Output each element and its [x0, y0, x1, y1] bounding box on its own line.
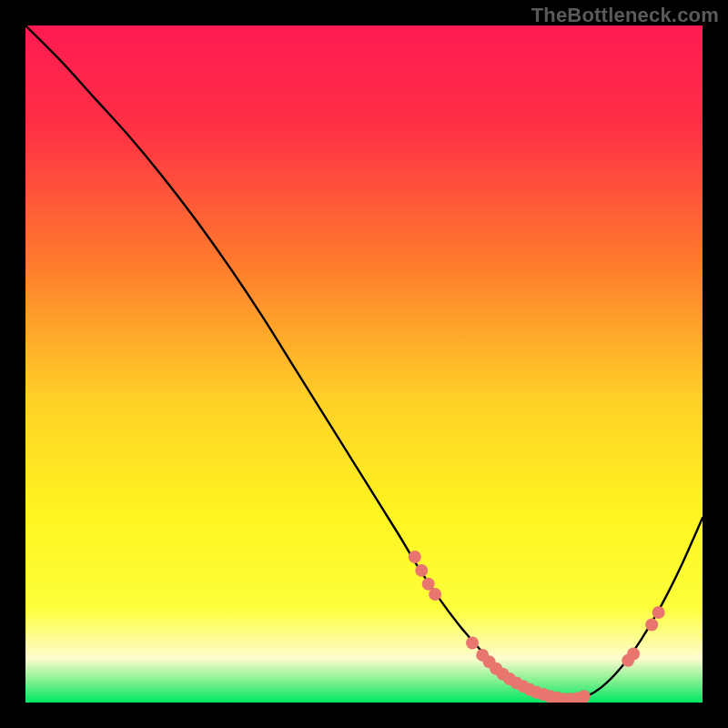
highlight-point — [578, 690, 591, 703]
attribution-label: TheBottleneck.com — [531, 4, 719, 27]
chart-frame: TheBottleneck.com — [0, 0, 728, 728]
highlight-point — [409, 551, 421, 563]
highlight-point — [466, 637, 479, 650]
highlight-point — [415, 564, 428, 577]
highlight-point — [645, 618, 658, 631]
highlight-point — [652, 606, 665, 619]
highlight-point — [429, 588, 441, 601]
bottleneck-curve — [25, 25, 703, 700]
marker-layer — [409, 551, 665, 703]
curve-layer — [25, 25, 703, 703]
plot-area — [25, 25, 703, 703]
highlight-point — [627, 647, 640, 660]
